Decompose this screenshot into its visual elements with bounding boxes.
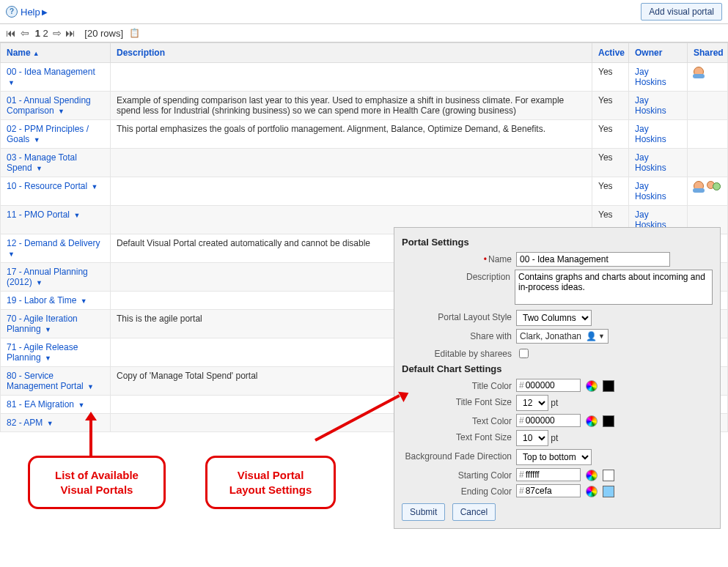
text-font-size-select[interactable]: 10	[516, 430, 548, 446]
table-row: 01 - Annual Spending Comparison ▼Example…	[1, 92, 728, 120]
owner-cell: Jay Hoskins	[629, 177, 688, 206]
col-owner[interactable]: Owner	[629, 43, 688, 63]
user-icon	[694, 67, 704, 77]
layout-style-label: Portal Layout Style	[402, 310, 512, 322]
add-visual-portal-button[interactable]: Add visual portal	[641, 3, 722, 21]
table-row: 03 - Manage Total Spend ▼YesJay Hoskins	[1, 149, 728, 177]
callout-settings: Visual Portal Layout Settings	[205, 456, 336, 509]
table-row: 00 - Idea Management ▼YesJay Hoskins	[1, 63, 728, 92]
chevron-right-icon: ▶	[42, 8, 48, 16]
fade-direction-label: Background Fade Direction	[402, 449, 512, 462]
col-description[interactable]: Description	[111, 43, 592, 63]
shared-cell	[688, 92, 728, 120]
active-cell: Yes	[592, 120, 629, 149]
portal-name-link[interactable]: 03 - Manage Total Spend ▼	[7, 152, 77, 173]
portal-name-link[interactable]: 11 - PMO Portal ▼	[7, 210, 80, 220]
color-picker-icon[interactable]	[586, 415, 598, 427]
portal-name-link[interactable]: 10 - Resource Portal ▼	[7, 181, 98, 191]
callout-list: List of Available Visual Portals	[28, 456, 166, 509]
starting-color-field[interactable]	[526, 470, 570, 480]
owner-link[interactable]: Jay Hoskins	[635, 95, 666, 116]
portal-name-link[interactable]: 17 - Annual Planning (2012) ▼	[7, 267, 88, 287]
portal-name-link[interactable]: 01 - Annual Spending Comparison ▼	[7, 95, 91, 116]
first-page-icon[interactable]: ⏮	[6, 27, 16, 39]
description-field[interactable]	[515, 270, 713, 305]
chevron-down-icon: ▼	[36, 165, 43, 172]
text-color-label: Text Color	[402, 414, 512, 426]
editable-by-sharees-checkbox[interactable]	[519, 349, 529, 358]
portal-name-link[interactable]: 02 - PPM Principles / Goals ▼	[7, 124, 89, 144]
portal-name-link[interactable]: 71 - Agile Release Planning ▼	[7, 342, 78, 363]
active-cell: Yes	[592, 149, 629, 177]
owner-cell: Jay Hoskins	[629, 149, 688, 177]
submit-button[interactable]: Submit	[402, 503, 445, 521]
help-icon: ?	[6, 6, 18, 18]
description-cell	[111, 149, 592, 177]
chevron-down-icon: ▼	[8, 79, 15, 86]
portal-name-link[interactable]: 19 - Labor & Time ▼	[7, 295, 87, 305]
chart-settings-header: Default Chart Settings	[402, 363, 713, 374]
chevron-down-icon: ▼	[36, 279, 43, 286]
col-active[interactable]: Active	[592, 43, 629, 63]
next-page-icon[interactable]: ⇨	[53, 27, 62, 39]
chevron-down-icon: ▼	[34, 136, 40, 144]
shared-cell	[688, 120, 728, 149]
last-page-icon[interactable]: ⏭	[65, 27, 76, 39]
ending-color-field[interactable]	[526, 486, 570, 496]
portal-name-link[interactable]: 12 - Demand & Delivery ▼	[7, 238, 100, 259]
help-link[interactable]: ? Help ▶	[6, 6, 48, 18]
editable-by-sharees-label: Editable by sharees	[402, 346, 512, 359]
chevron-down-icon: ▼	[45, 355, 51, 362]
portal-settings-header: Portal Settings	[402, 237, 713, 248]
color-picker-icon[interactable]	[586, 380, 598, 392]
chevron-down-icon[interactable]: ▼	[598, 333, 605, 340]
color-picker-icon[interactable]	[586, 470, 598, 481]
description-cell	[111, 63, 592, 92]
share-with-field[interactable]: Clark, Jonathan 👤 ▼	[516, 329, 608, 344]
starting-color-preview	[603, 470, 614, 481]
color-picker-icon[interactable]	[586, 486, 598, 497]
text-color-field[interactable]	[526, 415, 570, 426]
fade-direction-select[interactable]: Top to bottom	[516, 449, 592, 465]
sort-asc-icon: ▲	[33, 50, 40, 57]
cancel-button[interactable]: Cancel	[452, 503, 496, 521]
shared-cell	[688, 177, 728, 206]
table-row: 02 - PPM Principles / Goals ▼This portal…	[1, 120, 728, 149]
portal-name-link[interactable]: 82 - APM ▼	[7, 418, 54, 428]
title-font-size-select[interactable]: 12	[516, 395, 548, 411]
name-field[interactable]	[516, 252, 670, 267]
title-color-label: Title Color	[402, 379, 512, 391]
user-icon	[694, 181, 704, 191]
description-cell: This portal emphasizes the goals of port…	[111, 120, 592, 149]
chevron-down-icon: ▼	[58, 108, 65, 115]
prev-page-icon[interactable]: ⇦	[21, 27, 29, 39]
owner-link[interactable]: Jay Hoskins	[635, 67, 666, 87]
portal-name-link[interactable]: 80 - Service Management Portal ▼	[7, 371, 94, 391]
people-picker-icon[interactable]: 👤	[586, 331, 597, 341]
owner-link[interactable]: Jay Hoskins	[635, 152, 666, 173]
shared-cell	[688, 63, 728, 92]
portal-name-link[interactable]: 81 - EA Migration ▼	[7, 399, 84, 410]
description-cell	[111, 177, 592, 206]
active-cell: Yes	[592, 63, 629, 92]
portal-settings-panel: Portal Settings •Name Description Portal…	[394, 227, 721, 529]
title-color-field[interactable]	[526, 380, 570, 390]
description-label: Description	[402, 270, 510, 282]
owner-link[interactable]: Jay Hoskins	[635, 181, 666, 201]
chevron-down-icon: ▼	[8, 251, 15, 258]
copy-icon[interactable]: 📋	[129, 28, 140, 38]
portal-name-link[interactable]: 70 - Agile Iteration Planning ▼	[7, 314, 78, 334]
text-color-preview	[603, 415, 614, 427]
chevron-down-icon: ▼	[45, 326, 51, 333]
title-font-size-label: Title Font Size	[402, 395, 512, 407]
layout-style-select[interactable]: Two Columns	[516, 310, 592, 326]
owner-cell: Jay Hoskins	[629, 63, 688, 92]
chevron-down-icon: ▼	[87, 383, 94, 390]
chevron-down-icon: ▼	[47, 420, 54, 427]
chevron-down-icon: ▼	[91, 183, 98, 190]
col-name[interactable]: Name▲	[1, 43, 111, 63]
col-shared[interactable]: Shared	[688, 43, 728, 63]
table-row: 10 - Resource Portal ▼YesJay Hoskins	[1, 177, 728, 206]
owner-link[interactable]: Jay Hoskins	[635, 124, 666, 144]
portal-name-link[interactable]: 00 - Idea Management ▼	[7, 67, 95, 87]
